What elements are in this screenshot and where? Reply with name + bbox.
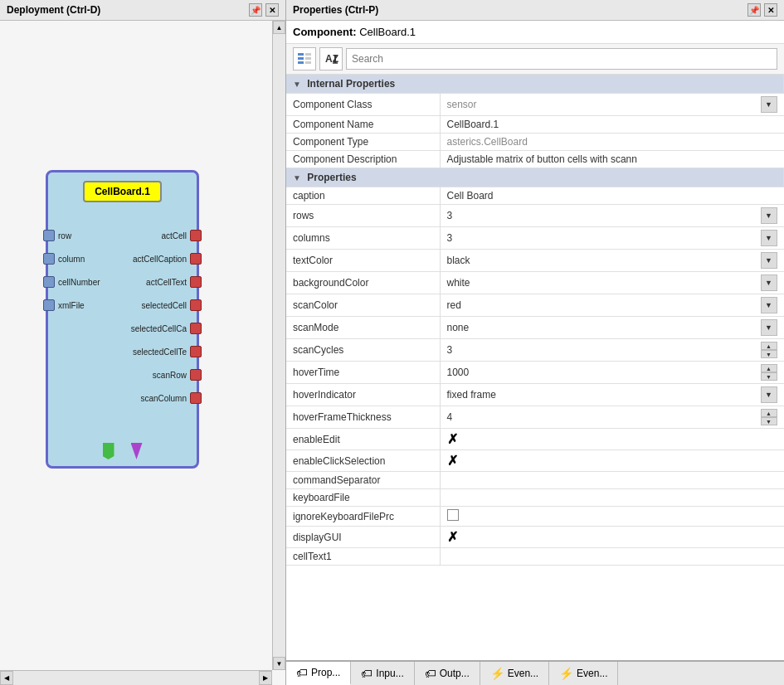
prop-value[interactable]: 3 ▲ ▼ bbox=[440, 339, 784, 362]
port-label-scanRow: scanRow bbox=[153, 371, 187, 380]
dropdown-arrow[interactable]: ▼ bbox=[761, 319, 777, 336]
checkbox-x-displayGUI[interactable]: ✗ bbox=[447, 530, 458, 544]
checkbox-x-enableEdit[interactable]: ✗ bbox=[447, 432, 458, 446]
prop-value-text: 1000 bbox=[447, 367, 470, 378]
collapse-icon-props[interactable]: ▼ bbox=[293, 173, 301, 182]
dropdown-arrow[interactable]: ▼ bbox=[761, 252, 777, 269]
port-dot-actCellText[interactable] bbox=[190, 276, 202, 288]
spinner-up[interactable]: ▲ bbox=[761, 364, 777, 372]
scroll-track bbox=[273, 34, 285, 657]
tab-inputs[interactable]: 🏷 Inpu... bbox=[351, 662, 414, 685]
cellboard-component[interactable]: CellBoard.1 row column cellNumber xml bbox=[46, 170, 199, 469]
vertical-scrollbar[interactable]: ▲ ▼ bbox=[272, 21, 285, 670]
inputs-tab-icon: 🏷 bbox=[361, 667, 373, 680]
port-dot-scanRow[interactable] bbox=[190, 369, 202, 381]
port-dot-selectedCellTe[interactable] bbox=[190, 346, 202, 357]
spinner-down[interactable]: ▼ bbox=[761, 372, 777, 381]
prop-value[interactable]: sensor ▼ bbox=[440, 94, 784, 116]
tab-events2[interactable]: ⚡ Even... bbox=[549, 662, 618, 685]
scroll-up-button[interactable]: ▲ bbox=[273, 21, 285, 34]
prop-value[interactable]: fixed frame ▼ bbox=[440, 384, 784, 406]
prop-value[interactable]: white ▼ bbox=[440, 272, 784, 294]
table-row: Component Class sensor ▼ bbox=[286, 94, 784, 116]
collapse-icon[interactable]: ▼ bbox=[293, 80, 301, 89]
prop-key: enableEdit bbox=[286, 429, 440, 450]
port-label-row: row bbox=[58, 231, 71, 240]
section-header-internal: ▼ Internal Properties bbox=[286, 75, 784, 94]
port-dot-cellNumber[interactable] bbox=[43, 276, 55, 288]
horizontal-scrollbar[interactable]: ◀ ▶ bbox=[0, 670, 272, 685]
prop-value[interactable]: 3 ▼ bbox=[440, 205, 784, 227]
port-row-right: scanRow bbox=[153, 369, 202, 381]
prop-key: Component Description bbox=[286, 151, 440, 168]
tab-properties[interactable]: 🏷 Prop... bbox=[286, 662, 351, 685]
tab-outputs[interactable]: 🏷 Outp... bbox=[415, 662, 480, 685]
svg-rect-0 bbox=[298, 53, 304, 56]
events1-tab-icon: ⚡ bbox=[490, 667, 504, 680]
prop-value[interactable]: black ▼ bbox=[440, 250, 784, 272]
pin-button[interactable]: 📌 bbox=[249, 3, 262, 17]
dropdown-arrow[interactable]: ▼ bbox=[761, 297, 777, 313]
port-label-cellNumber: cellNumber bbox=[58, 278, 100, 287]
prop-value[interactable]: red ▼ bbox=[440, 294, 784, 317]
pin-button-right[interactable]: 📌 bbox=[747, 3, 761, 17]
port-dot-column[interactable] bbox=[43, 253, 55, 265]
prop-value[interactable]: 1000 ▲ ▼ bbox=[440, 362, 784, 384]
scroll-left-button[interactable]: ◀ bbox=[0, 671, 13, 685]
table-row: cellText1 bbox=[286, 548, 784, 566]
port-dot-xmlFile[interactable] bbox=[43, 299, 55, 311]
close-button[interactable]: ✕ bbox=[265, 3, 279, 17]
close-button-right[interactable]: ✕ bbox=[764, 3, 777, 17]
prop-value-text: sensor bbox=[447, 99, 477, 110]
prop-key: columns bbox=[286, 227, 440, 250]
prop-value bbox=[440, 472, 784, 489]
port-row-right: actCellText bbox=[146, 276, 202, 288]
spinner-up[interactable]: ▲ bbox=[761, 409, 777, 417]
port-dot-row[interactable] bbox=[43, 230, 55, 241]
search-input[interactable] bbox=[346, 48, 777, 70]
scroll-right-button[interactable]: ▶ bbox=[259, 671, 272, 685]
categorized-view-button[interactable] bbox=[293, 47, 316, 70]
port-label-selectedCell: selectedCell bbox=[142, 301, 187, 310]
spinner-up[interactable]: ▲ bbox=[761, 342, 777, 350]
table-row: backgroundColor white ▼ bbox=[286, 272, 784, 294]
dropdown-arrow[interactable]: ▼ bbox=[761, 96, 777, 113]
port-label-actCellText: actCellText bbox=[146, 278, 187, 287]
dropdown-arrow[interactable]: ▼ bbox=[761, 274, 777, 291]
table-row: Component Type asterics.CellBoard bbox=[286, 134, 784, 151]
events2-tab-icon: ⚡ bbox=[559, 667, 573, 680]
prop-key: hoverTime bbox=[286, 362, 440, 384]
dropdown-arrow[interactable]: ▼ bbox=[761, 230, 777, 246]
port-label-xmlFile: xmlFile bbox=[58, 301, 85, 310]
checkbox-empty-ignoreKeyboardFilePrc[interactable] bbox=[447, 509, 459, 521]
prop-key: hoverIndicator bbox=[286, 384, 440, 406]
ports-area: row column cellNumber xmlFile actCell bbox=[48, 202, 197, 443]
prop-value[interactable]: none ▼ bbox=[440, 317, 784, 339]
alphabetical-view-button[interactable]: AZ bbox=[319, 47, 343, 70]
table-row: displayGUI ✗ bbox=[286, 527, 784, 548]
port-dot-actCell[interactable] bbox=[190, 230, 202, 241]
port-row-right: scanColumn bbox=[140, 392, 202, 404]
port-row: column bbox=[43, 253, 85, 265]
prop-value[interactable]: 4 ▲ ▼ bbox=[440, 406, 784, 429]
spinner-down[interactable]: ▼ bbox=[761, 417, 777, 425]
spinner-down[interactable]: ▼ bbox=[761, 350, 777, 358]
port-dot-selectedCellCa[interactable] bbox=[190, 323, 202, 334]
port-dot-selectedCell[interactable] bbox=[190, 299, 202, 311]
port-dot-actCellCaption[interactable] bbox=[190, 253, 202, 265]
tab-label-inputs: Inpu... bbox=[376, 668, 403, 679]
dropdown-arrow[interactable]: ▼ bbox=[761, 207, 777, 224]
scroll-down-button[interactable]: ▼ bbox=[273, 657, 285, 670]
deployment-title: Deployment (Ctrl-D) bbox=[7, 4, 100, 16]
arrow-icon bbox=[131, 443, 143, 459]
prop-value bbox=[440, 548, 784, 566]
svg-rect-2 bbox=[298, 61, 304, 64]
properties-toolbar: AZ bbox=[286, 44, 784, 75]
tab-events1[interactable]: ⚡ Even... bbox=[480, 662, 549, 685]
tab-label-events1: Even... bbox=[508, 668, 538, 679]
checkbox-x-enableClickSelection[interactable]: ✗ bbox=[447, 454, 458, 468]
dropdown-arrow[interactable]: ▼ bbox=[761, 386, 777, 403]
port-row: row bbox=[43, 230, 71, 241]
prop-value[interactable]: 3 ▼ bbox=[440, 227, 784, 250]
port-dot-scanColumn[interactable] bbox=[190, 392, 202, 404]
